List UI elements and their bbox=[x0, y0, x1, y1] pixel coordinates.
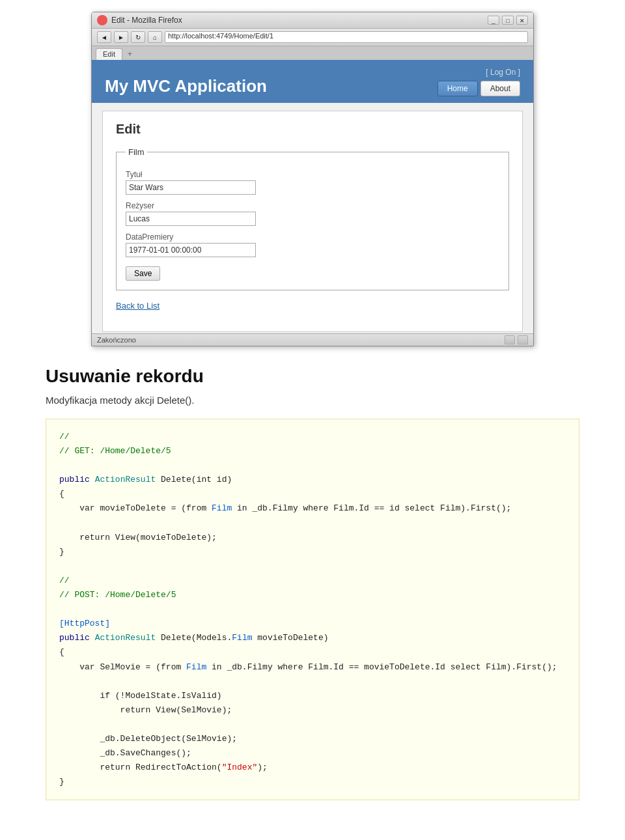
field-label-tytul: Tytuł bbox=[126, 170, 499, 179]
code-highlight-film-2: Film bbox=[232, 633, 252, 643]
code-string-index: "Index" bbox=[222, 763, 258, 772]
code-type-actionresult-1: ActionResult bbox=[95, 475, 156, 484]
browser-statusbar: Zakończono bbox=[92, 333, 533, 346]
window-controls: _ □ ✕ bbox=[488, 16, 528, 25]
header-right: [ Log On ] Home About bbox=[438, 68, 520, 96]
save-button[interactable]: Save bbox=[126, 266, 160, 281]
browser-window: Edit - Mozilla Firefox _ □ ✕ ◄ ► ↻ ⌂ htt… bbox=[91, 12, 534, 346]
document-heading: Usuwanie rekordu bbox=[46, 366, 579, 387]
app-title: My MVC Application bbox=[105, 76, 267, 96]
firefox-icon bbox=[97, 15, 107, 25]
nav-buttons: Home About bbox=[438, 81, 520, 96]
fieldset-legend: Film bbox=[126, 147, 147, 157]
minimize-button[interactable]: _ bbox=[488, 16, 499, 25]
app-header: My MVC Application [ Log On ] Home About bbox=[92, 60, 533, 103]
datapremiery-input[interactable] bbox=[126, 243, 256, 257]
statusbar-icon-1 bbox=[505, 335, 515, 344]
status-text: Zakończono bbox=[97, 336, 136, 344]
app-page: My MVC Application [ Log On ] Home About… bbox=[92, 60, 533, 333]
statusbar-right bbox=[505, 335, 528, 344]
field-label-rezyser: Reżyser bbox=[126, 201, 499, 210]
address-bar[interactable]: http://localhost:4749/Home/Edit/1 bbox=[165, 31, 528, 43]
statusbar-icon-2 bbox=[518, 335, 528, 344]
code-type-actionresult-2: ActionResult bbox=[95, 633, 156, 643]
new-tab-button[interactable]: + bbox=[124, 48, 136, 60]
code-httppost-attr: [HttpPost] bbox=[59, 619, 110, 628]
close-button[interactable]: ✕ bbox=[516, 16, 528, 25]
code-line-comment-1: // bbox=[59, 432, 70, 441]
rezyser-input[interactable] bbox=[126, 212, 256, 226]
code-line-comment-4: // POST: /Home/Delete/5 bbox=[59, 590, 176, 600]
about-nav-button[interactable]: About bbox=[480, 81, 520, 96]
browser-titlebar: Edit - Mozilla Firefox _ □ ✕ bbox=[92, 12, 533, 29]
maximize-button[interactable]: □ bbox=[502, 16, 514, 25]
code-keyword-public-2: public bbox=[59, 633, 90, 643]
code-highlight-film-3: Film bbox=[186, 662, 206, 672]
home-button[interactable]: ⌂ bbox=[148, 31, 162, 43]
log-on-link[interactable]: [ Log On ] bbox=[486, 68, 520, 77]
back-to-list-link[interactable]: Back to List bbox=[116, 301, 509, 311]
code-line-comment-2: // GET: /Home/Delete/5 bbox=[59, 446, 171, 456]
home-nav-button[interactable]: Home bbox=[438, 81, 478, 96]
film-fieldset: Film Tytuł Reżyser DataPremiery Save bbox=[116, 147, 509, 290]
browser-navbar: ◄ ► ↻ ⌂ http://localhost:4749/Home/Edit/… bbox=[92, 29, 533, 46]
refresh-button[interactable]: ↻ bbox=[131, 31, 145, 43]
forward-button[interactable]: ► bbox=[114, 31, 128, 43]
browser-title: Edit - Mozilla Firefox bbox=[111, 16, 182, 25]
field-label-datapremiery: DataPremiery bbox=[126, 232, 499, 242]
code-keyword-public-1: public bbox=[59, 475, 90, 484]
code-line-comment-3: // bbox=[59, 576, 70, 585]
content-heading: Edit bbox=[116, 122, 509, 137]
code-highlight-film-1: Film bbox=[212, 503, 232, 513]
document-body: Usuwanie rekordu Modyfikacja metody akcj… bbox=[33, 366, 592, 820]
document-paragraph: Modyfikacja metody akcji Delete(). bbox=[46, 395, 579, 406]
app-content: Edit Film Tytuł Reżyser DataPremiery Sav… bbox=[102, 111, 523, 332]
active-tab[interactable]: Edit bbox=[96, 48, 122, 60]
browser-tabbar: Edit + bbox=[92, 46, 533, 60]
code-block: // // GET: /Home/Delete/5 public ActionR… bbox=[46, 419, 579, 800]
back-button[interactable]: ◄ bbox=[97, 31, 111, 43]
tytul-input[interactable] bbox=[126, 180, 256, 195]
